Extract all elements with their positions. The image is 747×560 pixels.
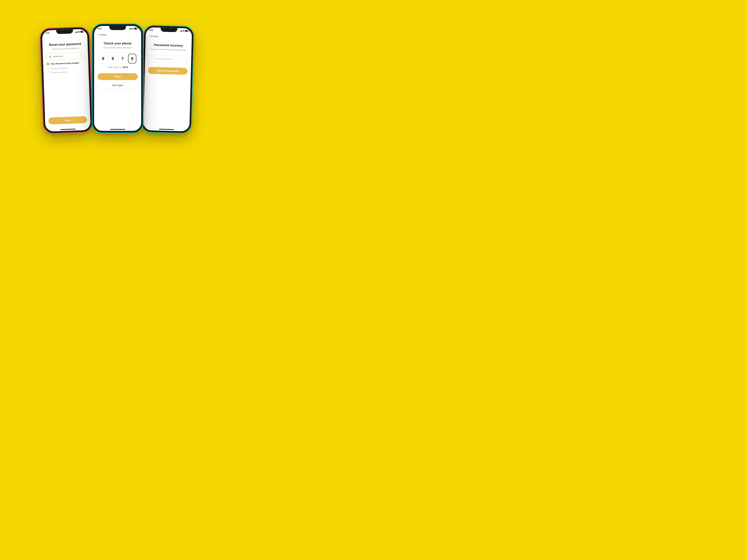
requirements-title: Your Password must contain: (51, 61, 80, 65)
back-chevron-3: ‹ (149, 35, 150, 37)
done-button[interactable]: Done (48, 116, 87, 124)
signal-icon-1 (75, 31, 77, 33)
check-phone-title: Check your phone (98, 42, 138, 45)
send-again-button[interactable]: Send again (98, 82, 138, 89)
req-number-text: Contains a number (51, 71, 67, 73)
signal-icon-2 (129, 28, 131, 29)
requirements-header: Your Password must contain: (47, 61, 85, 65)
phone-reset-password: 9:41 ⌘ Reset your password (40, 27, 92, 133)
verify-button[interactable]: Verify (98, 73, 138, 80)
status-icons-3: ⌘ (180, 30, 189, 32)
recovery-title: Password recovery (149, 43, 188, 48)
battery-icon-1 (80, 31, 84, 33)
go-back-label-2: Go Back (99, 34, 107, 36)
otp-digit-2[interactable]: 8 (109, 54, 117, 63)
wifi-icon-3: ⌘ (183, 30, 185, 32)
req-length-text: At least 6 characters (51, 67, 68, 70)
recover-password-button[interactable]: Recover password (148, 67, 188, 75)
go-back-label-3: Go Back (151, 35, 158, 37)
screen-content-3: ‹ Go Back Password recovery Enter your e… (143, 32, 192, 128)
time-2: 9:41 (98, 27, 102, 30)
otp-digit-4[interactable]: 6 (128, 54, 136, 63)
battery-icon-3 (185, 30, 189, 32)
password-input-wrapper[interactable]: 🔒 •••••••• 👁 (46, 52, 85, 60)
req-length-icon (47, 68, 50, 70)
email-field[interactable]: email@merchport.hk (154, 57, 173, 60)
otp-container: 8 8 7 6 (98, 54, 138, 63)
phone-check-phone: 9:41 ⌘ ‹ Go Back (93, 24, 143, 133)
home-indicator-2 (110, 129, 125, 130)
status-icons-2: ⌘ (129, 28, 138, 30)
notch-2 (109, 26, 126, 30)
check-phone-subtitle: We've sent the code to your phone (98, 47, 138, 49)
email-icon: ✉ (151, 57, 153, 60)
screen-content-2: ‹ Go Back Check your phone We've sent th… (94, 30, 141, 128)
signal-icon-3 (180, 30, 182, 32)
recovery-subtitle: Enter your email to recover your passwor… (149, 48, 188, 51)
requirements-check-icon (47, 62, 50, 65)
otp-digit-1[interactable]: 8 (99, 54, 107, 63)
wifi-icon-1: ⌘ (78, 31, 80, 33)
wifi-icon-2: ⌘ (132, 28, 134, 30)
reset-subtitle: Please enter your new password (46, 47, 84, 51)
status-icons-1: ⌘ (75, 31, 84, 33)
time-3: 9:41 (149, 29, 153, 31)
timer-value: 03:12 (123, 66, 128, 68)
back-chevron-2: ‹ (98, 33, 98, 36)
home-indicator-3 (159, 129, 174, 130)
lock-icon: 🔒 (49, 55, 51, 58)
otp-digit-3[interactable]: 7 (119, 54, 127, 63)
req-number-icon (47, 71, 50, 74)
home-indicator-1 (60, 129, 75, 130)
time-1: 9:41 (45, 32, 50, 34)
eye-icon[interactable]: 👁 (80, 54, 82, 57)
phone-password-recovery: 9:41 ⌘ ‹ Go Back (141, 26, 194, 133)
password-field[interactable]: •••••••• (53, 54, 80, 58)
battery-icon-2 (134, 28, 138, 29)
go-back-button-2[interactable]: ‹ Go Back (98, 32, 138, 38)
notch-3 (160, 28, 177, 32)
timer-text: Code expires in: 03:12 (98, 66, 138, 68)
notch-1 (56, 29, 73, 34)
screen-content-1: Reset your password Please enter your ne… (42, 33, 91, 128)
phones-container: 9:41 ⌘ Reset your password (34, 17, 203, 151)
timer-label: Code expires in: (107, 66, 122, 68)
email-input-wrapper[interactable]: ✉ email@merchport.hk (148, 55, 188, 63)
